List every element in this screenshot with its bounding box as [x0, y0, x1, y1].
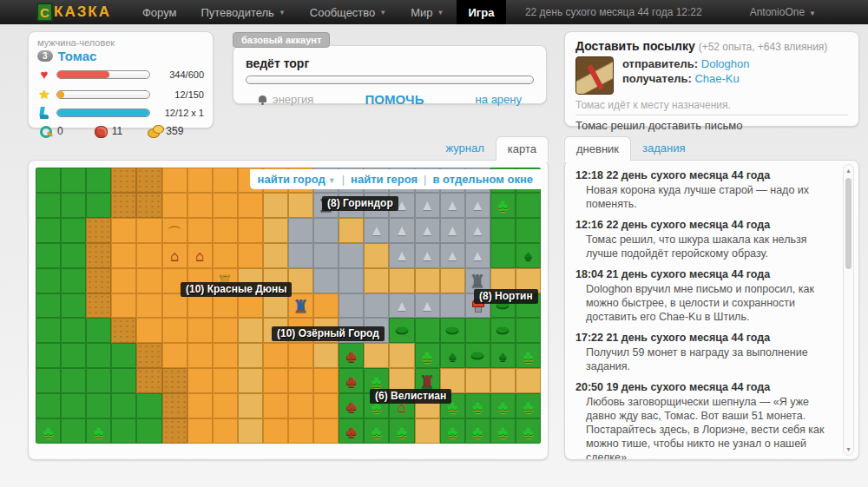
map-tile-grass — [465, 418, 490, 444]
map-tile-grass — [440, 318, 465, 343]
map-tile-stone — [389, 243, 414, 268]
receiver-link[interactable]: Chae-Ku — [694, 72, 739, 85]
logo[interactable]: С КАЗКА — [36, 0, 111, 24]
nav-item-game[interactable]: Игра — [457, 0, 507, 24]
mountain-icon — [420, 248, 435, 263]
bar-health-fill — [57, 71, 109, 78]
map-tile-grass — [516, 218, 541, 243]
map-tile-stone — [389, 218, 414, 243]
map-tile-stone — [313, 243, 339, 268]
house-icon — [170, 248, 179, 263]
map-label-velistian[interactable]: (6) Велистиан — [370, 389, 451, 404]
journal-entry: 17:22 21 день сухого месяца 44 годаПолуч… — [575, 332, 836, 373]
map-tile-sand — [313, 368, 339, 393]
tab-map[interactable]: карта — [496, 136, 549, 161]
map-tile-grass — [86, 318, 111, 343]
scroll-down-icon[interactable]: ▼ — [844, 446, 853, 452]
map-control-separate-window[interactable]: в отдельном окне — [432, 173, 533, 186]
user-menu[interactable]: AntonioOne▼ — [750, 6, 816, 18]
journal-entry-text: Получил 59 монет в награду за выполнение… — [586, 346, 836, 373]
map-tile-grass — [111, 343, 136, 368]
map-tile-darksand — [111, 318, 136, 343]
map-tile-darksand — [136, 168, 161, 193]
map-tile-grass — [36, 393, 61, 418]
map-tile-sand — [288, 368, 313, 393]
map-tile-grass — [490, 343, 516, 368]
map-label-nortin[interactable]: (8) Нортин — [474, 289, 538, 304]
arena-link[interactable]: на арену — [476, 93, 522, 106]
map-tile-grass — [61, 343, 86, 368]
town-nortin-icon[interactable] — [470, 272, 486, 290]
map-tile-stone — [465, 218, 490, 243]
map-tile-stone — [440, 193, 465, 218]
nav-item-forum[interactable]: Форум — [130, 0, 189, 24]
map-tile-sand — [111, 293, 136, 319]
map-tile-grass — [36, 343, 61, 368]
nav-item-world[interactable]: Мир▼ — [398, 0, 456, 24]
journal-entry-text: Dologhon вручил мне письмо и попросил, к… — [586, 282, 836, 324]
town-velistian-icon[interactable] — [419, 372, 436, 390]
map-tile-darksand — [162, 368, 187, 393]
nav-item-guide[interactable]: Путеводитель▼ — [188, 0, 297, 24]
map-tile-stone — [415, 193, 440, 218]
map-tile-sand — [263, 343, 288, 368]
map-tile-grass — [86, 168, 111, 193]
map-tile-sand — [162, 168, 187, 193]
character-name-link[interactable]: Томас — [58, 49, 97, 63]
tree-icon — [472, 423, 483, 439]
map-tile-grass — [490, 193, 516, 218]
map-tile-sand — [162, 318, 187, 343]
map-tile-grass — [61, 368, 86, 393]
map-label-krasnye-dyuny[interactable]: (10) Красные Дюны — [181, 282, 292, 297]
map-label-ozyorny-gorod[interactable]: (10) Озёрный Город — [272, 326, 385, 341]
map-tile-sand — [213, 343, 238, 368]
nav-item-community[interactable]: Сообщество▼ — [298, 0, 398, 24]
map-label-gorindor[interactable]: (8) Гориндор — [322, 196, 398, 211]
sender-link[interactable]: Dologhon — [701, 57, 750, 70]
map-control-find-town[interactable]: найти город▼ — [258, 173, 336, 186]
map-tile-grass — [339, 368, 364, 393]
map-tile-road — [288, 193, 313, 218]
world-map[interactable]: найти город▼|найти героя|в отдельном окн… — [36, 168, 541, 444]
map-tile-grass — [490, 243, 516, 268]
tree-icon — [472, 398, 483, 414]
town-ozyorny-gorod-icon[interactable] — [293, 296, 309, 314]
map-tile-road — [238, 418, 263, 444]
tree-icon — [497, 197, 508, 214]
map-tile-road — [465, 368, 490, 393]
map-tile-grass — [136, 393, 161, 418]
boots-icon — [37, 107, 51, 119]
help-button[interactable]: ПОМОЧЬ — [365, 92, 424, 107]
map-tile-sand — [187, 243, 213, 268]
map-tile-grass — [516, 393, 541, 418]
map-tile-sand — [187, 193, 213, 218]
journal-entry-text: Новая корона куда лучше старой — надо их… — [586, 183, 836, 211]
map-tile-sand — [136, 318, 161, 343]
map-tile-darksand — [136, 193, 161, 218]
scroll-up-icon[interactable]: ▲ — [844, 168, 853, 174]
divider — [575, 115, 848, 115]
tab-journal[interactable]: журнал — [434, 136, 495, 161]
tab-tasks[interactable]: задания — [631, 136, 697, 161]
map-tile-stone — [415, 293, 440, 319]
chevron-down-icon: ▼ — [437, 9, 444, 16]
map-tile-sand — [288, 293, 313, 319]
map-tile-sand — [187, 393, 213, 418]
mountain-icon — [395, 248, 410, 263]
map-control-find-hero[interactable]: найти героя — [351, 173, 418, 186]
tree-icon — [94, 423, 104, 439]
scrollbar-thumb[interactable] — [845, 178, 852, 269]
map-tile-stone — [288, 218, 313, 243]
deadtree-icon — [346, 372, 357, 389]
map-tile-stone — [415, 218, 440, 243]
energy-toggle[interactable]: энергия — [258, 93, 313, 106]
journal-scrollbar[interactable]: ▲ ▼ — [843, 164, 854, 456]
map-tile-darksand — [86, 268, 111, 293]
nav-items: ФорумПутеводитель▼Сообщество▼Мир▼Игра — [130, 0, 506, 24]
map-tile-grass — [364, 418, 389, 444]
bar-movement-fill — [57, 109, 149, 116]
map-tile-road — [238, 368, 263, 393]
tab-diary[interactable]: дневник — [564, 136, 631, 161]
map-tile-grass — [415, 343, 440, 368]
map-tile-sand — [238, 218, 263, 243]
